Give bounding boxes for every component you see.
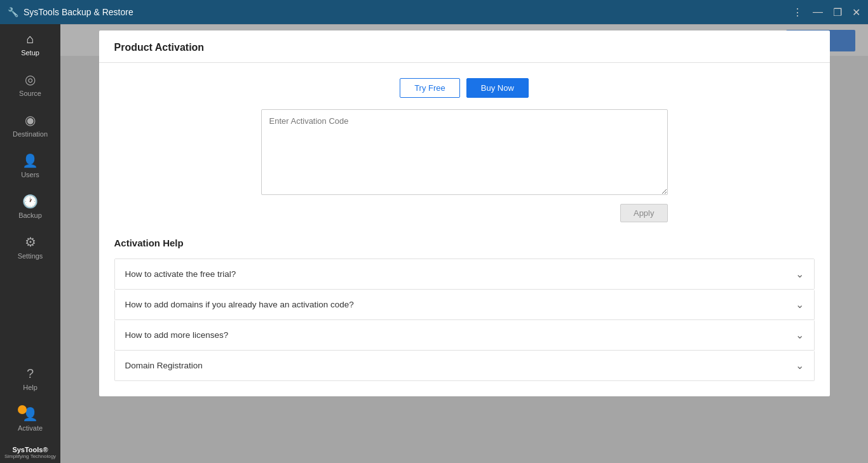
sidebar-label-help: Help bbox=[23, 384, 37, 391]
sidebar-item-setup[interactable]: ⌂ Setup bbox=[0, 24, 60, 64]
brand-name: SysTools® bbox=[0, 446, 60, 453]
app-title: SysTools Backup & Restore bbox=[24, 7, 133, 17]
sidebar-item-activate[interactable]: 👤 Activate bbox=[0, 399, 60, 440]
content-area: Product Activation Try Free Buy Now Appl… bbox=[60, 24, 868, 463]
titlebar-controls: ⋮ — ❐ ✕ bbox=[792, 6, 860, 18]
faq-header-2: How to add more licenses? ⌄ bbox=[115, 320, 814, 350]
users-icon: 👤 bbox=[22, 153, 38, 168]
minimize-icon[interactable]: — bbox=[813, 6, 823, 18]
source-icon: ◎ bbox=[25, 72, 36, 87]
settings-icon: ⚙ bbox=[25, 234, 36, 250]
sidebar-label-backup: Backup bbox=[18, 211, 42, 219]
sidebar-item-users[interactable]: 👤 Users bbox=[0, 145, 60, 186]
chevron-down-icon-0: ⌄ bbox=[796, 268, 804, 280]
apply-row: Apply bbox=[261, 204, 668, 222]
faq-header-3: Domain Registration ⌄ bbox=[115, 351, 814, 380]
faq-item-2[interactable]: How to add more licenses? ⌄ bbox=[114, 320, 815, 351]
sidebar-bottom: ? Help 👤 Activate SysTools® Simplifying … bbox=[0, 359, 60, 463]
destination-icon: ◉ bbox=[25, 112, 36, 128]
sidebar-item-backup[interactable]: 🕐 Backup bbox=[0, 186, 60, 227]
sidebar-item-help[interactable]: ? Help bbox=[0, 359, 60, 399]
titlebar-title-group: 🔧 SysTools Backup & Restore bbox=[8, 7, 133, 17]
sidebar-label-setup: Setup bbox=[21, 49, 39, 57]
apply-button[interactable]: Apply bbox=[620, 204, 668, 222]
sidebar-item-destination[interactable]: ◉ Destination bbox=[0, 105, 60, 145]
help-icon: ? bbox=[27, 366, 34, 381]
activation-code-textarea[interactable] bbox=[261, 109, 668, 195]
close-icon[interactable]: ✕ bbox=[852, 6, 860, 18]
app-body: ⌂ Setup ◎ Source ◉ Destination 👤 Users 🕐… bbox=[0, 24, 868, 463]
sidebar: ⌂ Setup ◎ Source ◉ Destination 👤 Users 🕐… bbox=[0, 24, 60, 463]
faq-item-1[interactable]: How to add domains if you already have a… bbox=[114, 290, 815, 320]
activation-buttons: Try Free Buy Now bbox=[114, 78, 815, 98]
sidebar-label-users: Users bbox=[21, 171, 39, 178]
brand-tagline: Simplifying Technology bbox=[0, 453, 60, 459]
faq-item-0[interactable]: How to activate the free trial? ⌄ bbox=[114, 258, 815, 290]
setup-icon: ⌂ bbox=[26, 32, 34, 46]
chevron-down-icon-3: ⌄ bbox=[796, 359, 804, 372]
faq-list: How to activate the free trial? ⌄ How to… bbox=[114, 258, 815, 381]
sidebar-label-activate: Activate bbox=[18, 424, 43, 432]
chevron-down-icon-1: ⌄ bbox=[796, 299, 804, 311]
titlebar: 🔧 SysTools Backup & Restore ⋮ — ❐ ✕ bbox=[0, 0, 868, 24]
maximize-icon[interactable]: ❐ bbox=[833, 6, 842, 18]
faq-question-0: How to activate the free trial? bbox=[125, 269, 236, 279]
modal-body: Try Free Buy Now Apply Activation Help bbox=[99, 63, 830, 396]
chevron-down-icon-2: ⌄ bbox=[796, 329, 804, 341]
modal-backdrop: Product Activation Try Free Buy Now Appl… bbox=[60, 24, 868, 463]
activate-dot bbox=[18, 405, 27, 414]
sidebar-label-source: Source bbox=[19, 90, 41, 97]
sidebar-label-settings: Settings bbox=[18, 252, 43, 260]
app-icon: 🔧 bbox=[8, 7, 18, 17]
faq-question-1: How to add domains if you already have a… bbox=[125, 300, 354, 309]
modal-title: Product Activation bbox=[114, 42, 205, 53]
more-icon[interactable]: ⋮ bbox=[792, 6, 803, 18]
product-activation-modal: Product Activation Try Free Buy Now Appl… bbox=[99, 30, 830, 396]
modal-header: Product Activation bbox=[99, 30, 830, 63]
faq-question-2: How to add more licenses? bbox=[125, 330, 229, 340]
faq-header-1: How to add domains if you already have a… bbox=[115, 290, 814, 319]
sidebar-item-settings[interactable]: ⚙ Settings bbox=[0, 227, 60, 267]
systools-logo: SysTools® Simplifying Technology bbox=[0, 440, 60, 463]
backup-icon: 🕐 bbox=[22, 194, 38, 209]
activation-help-title: Activation Help bbox=[114, 238, 815, 248]
faq-header-0: How to activate the free trial? ⌄ bbox=[115, 259, 814, 289]
faq-item-3[interactable]: Domain Registration ⌄ bbox=[114, 351, 815, 381]
buy-now-button[interactable]: Buy Now bbox=[466, 78, 529, 98]
sidebar-item-source[interactable]: ◎ Source bbox=[0, 64, 60, 105]
sidebar-label-destination: Destination bbox=[13, 130, 48, 138]
faq-question-3: Domain Registration bbox=[125, 361, 203, 370]
try-free-button[interactable]: Try Free bbox=[400, 78, 460, 98]
